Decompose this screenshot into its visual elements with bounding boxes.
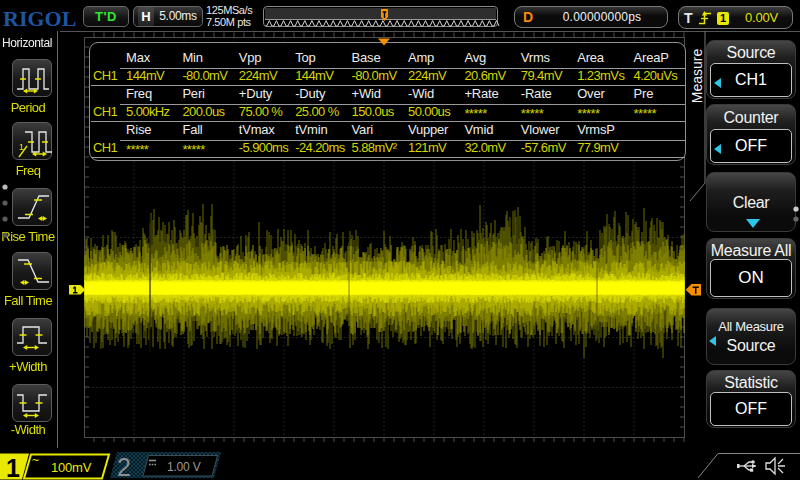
- svg-text:2: 2: [117, 453, 131, 480]
- svg-text:~: ~: [32, 453, 39, 467]
- svg-text:100mV: 100mV: [51, 460, 92, 475]
- svg-text:1: 1: [6, 454, 20, 480]
- svg-text:1.00 V: 1.00 V: [167, 460, 201, 474]
